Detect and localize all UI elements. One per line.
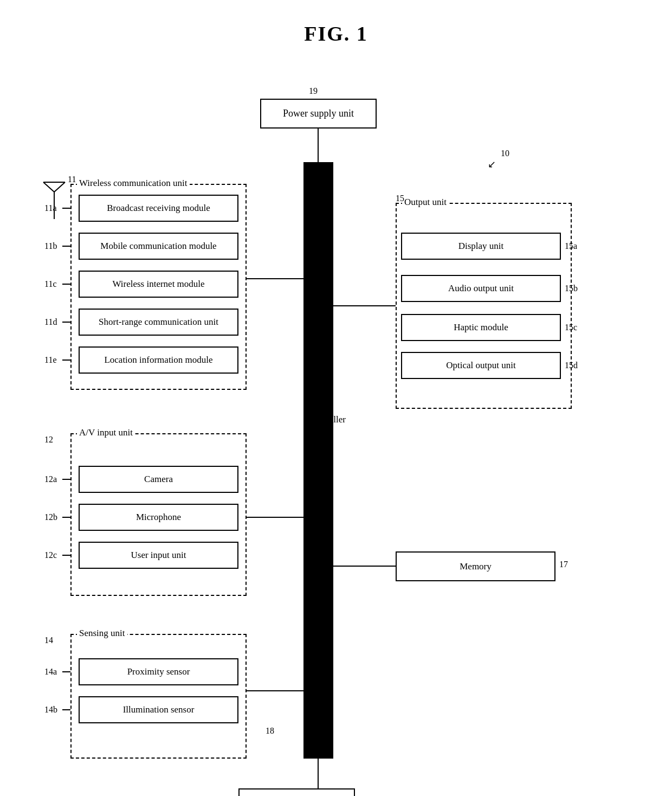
user-input-box: User input unit <box>79 542 238 569</box>
power-supply-box: Power supply unit <box>260 99 377 129</box>
wireless-comm-label: Wireless communication unit <box>77 178 190 189</box>
ref-10: 10 <box>501 149 509 158</box>
ref-15a: 15a <box>565 241 577 251</box>
ref-11e: 11e <box>44 355 57 365</box>
interface-box: Interface unit <box>238 788 355 796</box>
ref-15b: 15b <box>565 284 578 293</box>
ref-14: 14 <box>44 635 53 645</box>
optical-output-box: Optical output unit <box>401 352 561 379</box>
illumination-box: Illumination sensor <box>79 696 238 723</box>
ref-15: 15 <box>396 194 404 203</box>
svg-rect-0 <box>303 162 333 759</box>
antenna-icon <box>41 181 68 219</box>
ref-14b: 14b <box>44 705 57 715</box>
haptic-box: Haptic module <box>401 314 561 341</box>
page-title: FIG. 1 <box>0 0 672 46</box>
av-input-label: A/V input unit <box>77 427 135 438</box>
ref-12: 12 <box>44 435 53 445</box>
ref-15c: 15c <box>565 323 577 332</box>
ref-11d: 11d <box>44 317 57 327</box>
ref-11: 11 <box>68 175 76 184</box>
diagram: 10 ↙ Power supply unit 19 Wireless commu… <box>38 78 634 796</box>
location-info-box: Location information module <box>79 346 238 374</box>
broadcast-box: Broadcast receiving module <box>79 195 238 222</box>
svg-line-24 <box>43 182 54 192</box>
arrow-10: ↙ <box>488 158 496 170</box>
mobile-comm-box: Mobile communication module <box>79 233 238 260</box>
proximity-box: Proximity sensor <box>79 658 238 685</box>
svg-line-25 <box>54 182 65 192</box>
microphone-box: Microphone <box>79 504 238 531</box>
output-label: Output unit <box>402 197 449 208</box>
wireless-internet-box: Wireless internet module <box>79 271 238 298</box>
ref-14a: 14a <box>44 667 57 677</box>
ref-19: 19 <box>309 86 318 96</box>
ref-11c: 11c <box>44 279 57 289</box>
ref-18: 18 <box>266 726 274 736</box>
display-box: Display unit <box>401 233 561 260</box>
ref-12c: 12c <box>44 550 57 560</box>
memory-box: Memory <box>396 551 555 581</box>
sensing-label: Sensing unit <box>77 628 127 639</box>
short-range-box: Short-range communication unit <box>79 309 238 336</box>
ref-11b: 11b <box>44 241 57 251</box>
ref-17: 17 <box>559 560 568 569</box>
camera-box: Camera <box>79 466 238 493</box>
ref-15d: 15d <box>565 361 578 370</box>
ref-12b: 12b <box>44 512 57 522</box>
audio-output-box: Audio output unit <box>401 275 561 302</box>
ref-11a: 11a <box>44 203 57 213</box>
controller-label: Controller <box>308 414 346 425</box>
ref-12a: 12a <box>44 474 57 484</box>
